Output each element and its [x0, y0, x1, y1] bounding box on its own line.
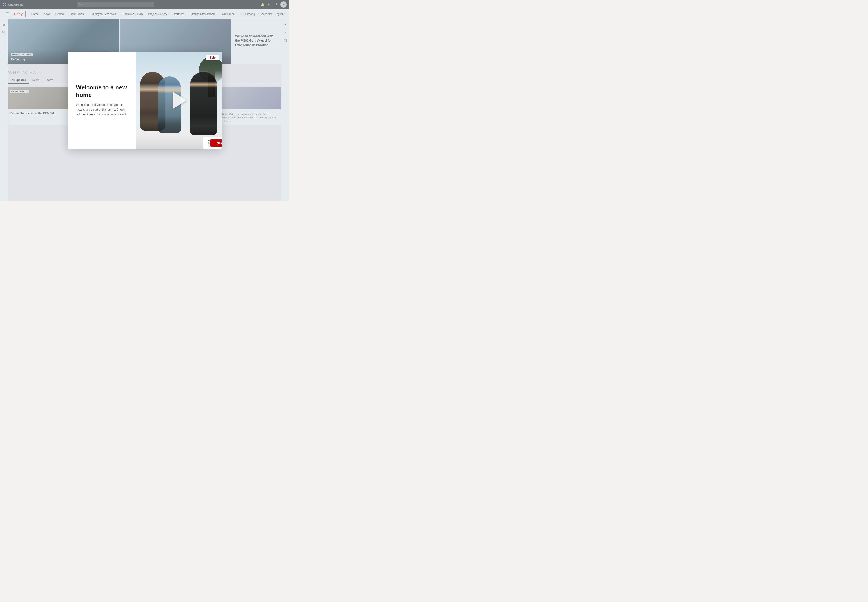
modal-description: We asked all of you to tell us what it m… [76, 103, 128, 117]
modal-bottom-bar: 1 of 4 Next [203, 137, 221, 149]
modal-overlay: Welcome to a new home We asked all of yo… [0, 0, 289, 201]
modal-pager: 1 of 4 [208, 138, 210, 148]
person3-silhouette [190, 72, 217, 135]
skip-button[interactable]: Skip [206, 55, 219, 60]
play-icon [173, 92, 186, 109]
play-button[interactable] [169, 91, 187, 109]
next-button[interactable]: Next [210, 140, 221, 147]
modal-left-panel: Welcome to a new home We asked all of yo… [68, 52, 136, 149]
modal-right-panel: Skip 1 of 4 Next [136, 52, 221, 149]
modal-title: Welcome to a new home [76, 84, 128, 98]
modal-dialog: Welcome to a new home We asked all of yo… [68, 52, 221, 149]
